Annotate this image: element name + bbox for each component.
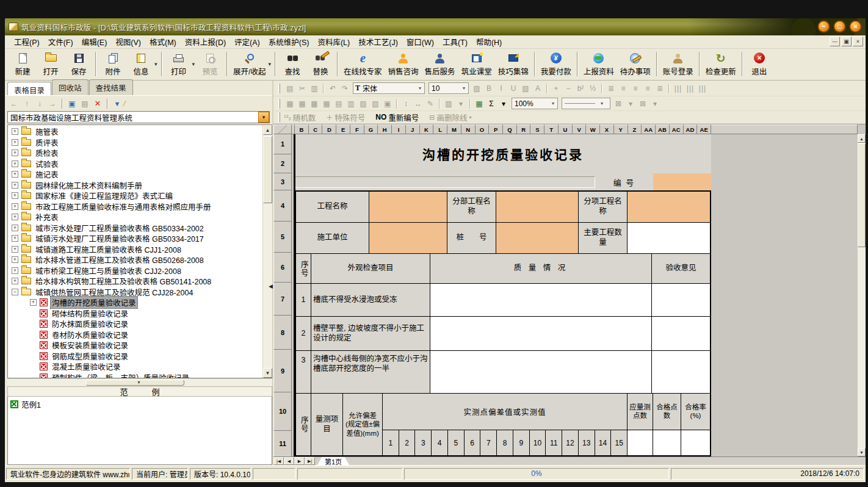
font-color-icon[interactable]: A	[532, 83, 544, 94]
menu-item[interactable]: 技术工艺(J)	[354, 35, 402, 49]
item-3-opinion-cell[interactable]	[652, 351, 710, 393]
menu-item[interactable]: 文件(F)	[44, 35, 78, 49]
paste-icon[interactable]: ▥	[308, 83, 320, 94]
vertical-text-3-icon[interactable]: |||	[696, 83, 709, 94]
diagonal-border-2-icon[interactable]: ⊠	[637, 98, 649, 109]
font-size-select[interactable]: 10 ▾	[429, 82, 469, 94]
number-label[interactable]: 编 号	[595, 176, 653, 188]
tree-item[interactable]: + 质评表	[9, 137, 262, 148]
align-right-icon[interactable]: ≡	[642, 83, 654, 94]
measure-point-cell[interactable]: 14	[595, 430, 612, 455]
align-left-icon[interactable]: ≡	[617, 83, 629, 94]
column-header[interactable]: R	[517, 124, 531, 134]
new-button[interactable]: 新建	[9, 51, 37, 78]
valign-icon[interactable]: ≣	[605, 83, 617, 94]
column-header[interactable]: W	[586, 124, 600, 134]
measure-point-cell[interactable]: 9	[513, 430, 530, 455]
tree-expander-icon[interactable]: +	[12, 161, 18, 167]
insert-row-icon[interactable]: ▤	[333, 98, 345, 109]
tree-item[interactable]: 模板安装质量验收记录	[9, 340, 262, 351]
select-pattern-icon[interactable]: ▨	[443, 98, 455, 109]
sales-consult-button[interactable]: 销售咨询	[385, 51, 422, 78]
tree-item[interactable]: 砌体结构质量验收记录	[9, 308, 262, 319]
renumber-button[interactable]: NO 重新编号	[375, 112, 421, 123]
column-header[interactable]: L	[433, 124, 447, 134]
line-spacing-icon[interactable]: ↕	[400, 98, 412, 109]
row-header[interactable]: 7	[273, 283, 292, 316]
tree-item[interactable]: + 施记表	[9, 169, 262, 180]
mdi-close-button[interactable]: ×	[853, 37, 863, 46]
tips-button[interactable]: 技巧集锦	[495, 51, 532, 78]
sheet-scrollbar[interactable]: ▲ ▼	[858, 134, 866, 456]
column-header[interactable]: B	[295, 124, 309, 134]
scroll-up-icon[interactable]: ▲	[858, 134, 866, 143]
chevron-down-icon[interactable]: ▾	[598, 101, 606, 106]
column-header[interactable]: X	[600, 124, 614, 134]
copy-node-icon[interactable]: ▤	[79, 98, 90, 109]
tree-item[interactable]: + 补充表	[9, 212, 262, 223]
tree-scrollbar[interactable]: ▲ ▼	[262, 125, 272, 378]
measure-point-cell[interactable]: 5	[448, 430, 465, 455]
toolbar-handle[interactable]	[278, 84, 280, 93]
menu-item[interactable]: 工程(P)	[10, 35, 44, 49]
tree-expander-icon[interactable]: +	[12, 214, 18, 220]
column-header[interactable]: J	[406, 124, 420, 134]
column-header[interactable]: I	[392, 124, 406, 134]
column-header[interactable]: G	[364, 124, 378, 134]
exit-button[interactable]: ×退出	[745, 51, 773, 78]
nav-back-icon[interactable]: ←	[9, 98, 20, 109]
item-1-quality-cell[interactable]	[430, 284, 652, 316]
tree-item[interactable]: + 沟槽的开挖质量验收记录	[9, 297, 262, 308]
scrollbar-thumb[interactable]	[263, 136, 272, 203]
sheet-corner-cell[interactable]	[273, 124, 292, 134]
superscript-icon[interactable]: b²	[574, 83, 587, 94]
tab-form-catalog[interactable]: 表格目录	[7, 82, 51, 95]
align-center-icon[interactable]: ≡	[629, 83, 642, 94]
measure-point-cell[interactable]: 6	[465, 430, 481, 455]
column-header[interactable]: AE	[697, 124, 711, 134]
chevron-down-icon[interactable]: ▾	[191, 61, 197, 67]
tree-item[interactable]: + 施管表	[9, 126, 262, 137]
save-button[interactable]: 保存	[65, 51, 93, 78]
tree-item[interactable]: + 城市桥梁工程施工与质量验收表 CJJ2-2008	[9, 265, 262, 276]
mdi-restore-button[interactable]: ▣	[841, 37, 852, 46]
print-button[interactable]: 打印	[165, 51, 193, 78]
measure-point-cell[interactable]: 8	[497, 430, 513, 455]
column-header[interactable]: P	[489, 124, 503, 134]
new-node-icon[interactable]: ▣	[67, 98, 78, 109]
tree-item[interactable]: 混凝土质量验收记录	[9, 361, 262, 372]
tree-item[interactable]: + 城镇道路工程施工质量验收表格 CJJ1-2008	[9, 244, 262, 255]
tree-item[interactable]: + 国家标准《建设工程监理规范》表式汇编	[9, 190, 262, 201]
tree-expander-icon[interactable]: +	[12, 256, 18, 263]
column-header[interactable]: C	[309, 124, 323, 134]
chevron-down-icon[interactable]: ▾	[258, 112, 269, 123]
row-header[interactable]: 8	[273, 316, 292, 350]
column-header[interactable]: AC	[670, 124, 684, 134]
chevron-down-icon[interactable]: ▾	[416, 85, 424, 91]
measure-point-cell[interactable]: 7	[480, 430, 497, 455]
info-button[interactable]: 信息	[127, 51, 155, 78]
splitter-collapse-icon[interactable]: ◀	[269, 283, 273, 289]
chevron-down-icon[interactable]: ▾	[549, 101, 557, 106]
clear-format-icon[interactable]: ✎	[424, 98, 436, 109]
should-measure-cell[interactable]	[627, 430, 653, 455]
font-family-select[interactable]: T 宋体 ▾	[353, 82, 425, 94]
column-header[interactable]: U	[559, 124, 573, 134]
special-symbol-button[interactable]: ＋ 特殊符号	[326, 112, 367, 123]
sheet-nav-button[interactable]: ▶|	[305, 457, 315, 465]
builder-cell[interactable]	[369, 223, 447, 253]
scroll-up-icon[interactable]: ▲	[263, 125, 272, 135]
chevron-down-icon[interactable]: ▾	[153, 61, 159, 67]
chevron-down-icon[interactable]: ▾	[460, 85, 468, 91]
sheet-tab-page1[interactable]: 第1页	[317, 457, 349, 465]
random-number-button[interactable]: ¹²₃ 随机数	[284, 112, 317, 123]
menu-item[interactable]: 资料库(L)	[313, 35, 354, 49]
close-button[interactable]: ×	[849, 20, 862, 33]
measure-point-cell[interactable]: 15	[611, 430, 627, 455]
chevron-down-icon[interactable]: ▾	[455, 98, 467, 109]
row-header[interactable]: 6	[273, 253, 292, 283]
tree-expander-icon[interactable]: +	[12, 139, 18, 146]
strikethrough-button[interactable]: ⊟ 画删除线 ▾	[429, 112, 471, 123]
column-header[interactable]: AD	[684, 124, 698, 134]
vertical-text-2-icon[interactable]: |||	[684, 83, 696, 94]
